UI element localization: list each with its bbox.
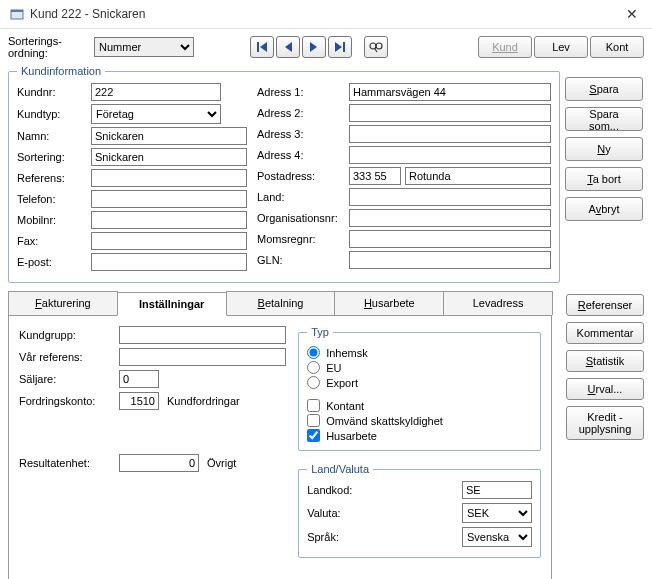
gln-input[interactable] bbox=[349, 251, 551, 269]
resultatenhet-code-input[interactable] bbox=[119, 454, 199, 472]
kundnr-label: Kundnr: bbox=[17, 86, 87, 98]
sparasom-button[interactable]: Spara som... bbox=[565, 107, 643, 131]
fordringskonto-label: Fordringskonto: bbox=[19, 395, 115, 407]
kundgrupp-input[interactable] bbox=[119, 326, 286, 344]
momsregnr-label: Momsregnr: bbox=[257, 233, 345, 245]
adress1-input[interactable] bbox=[349, 83, 551, 101]
gln-label: GLN: bbox=[257, 254, 345, 266]
nav-last-icon[interactable] bbox=[328, 36, 352, 58]
saljare-label: Säljare: bbox=[19, 373, 115, 385]
svg-marker-3 bbox=[260, 42, 267, 52]
kund-button[interactable]: Kund bbox=[478, 36, 532, 58]
kundinformation-group: Kundinformation Kundnr: Kundtyp:Företag … bbox=[8, 65, 560, 283]
post-zip-input[interactable] bbox=[349, 167, 401, 185]
landvaluta-group: Land/Valuta Landkod: Valuta:SEK Språk:Sv… bbox=[298, 463, 541, 558]
orgnr-input[interactable] bbox=[349, 209, 551, 227]
telefon-label: Telefon: bbox=[17, 193, 87, 205]
check-kontant[interactable]: Kontant bbox=[307, 399, 532, 412]
fax-input[interactable] bbox=[91, 232, 247, 250]
close-icon[interactable]: ✕ bbox=[622, 6, 642, 22]
radio-export[interactable]: Export bbox=[307, 376, 532, 389]
kommentar-button[interactable]: Kommentar bbox=[566, 322, 644, 344]
sortering-input[interactable] bbox=[91, 148, 247, 166]
varreferens-input[interactable] bbox=[119, 348, 286, 366]
svg-marker-4 bbox=[285, 42, 292, 52]
orgnr-label: Organisationsnr: bbox=[257, 212, 345, 224]
svg-point-8 bbox=[370, 43, 376, 49]
svg-rect-7 bbox=[343, 42, 345, 52]
postadress-label: Postadress: bbox=[257, 170, 345, 182]
tab-fakturering[interactable]: Fakturering bbox=[8, 291, 118, 315]
svg-marker-6 bbox=[335, 42, 342, 52]
kundtyp-select[interactable]: Företag bbox=[91, 104, 221, 124]
adress2-input[interactable] bbox=[349, 104, 551, 122]
fordringskonto-name: Kundfordringar bbox=[167, 395, 240, 407]
svg-line-10 bbox=[375, 49, 377, 52]
land-label: Land: bbox=[257, 191, 345, 203]
spara-button[interactable]: Spara bbox=[565, 77, 643, 101]
nav-buttons bbox=[250, 36, 352, 58]
landkod-input[interactable] bbox=[462, 481, 532, 499]
adress4-label: Adress 4: bbox=[257, 149, 345, 161]
find-icon[interactable] bbox=[364, 36, 388, 58]
referenser-button[interactable]: Referenser bbox=[566, 294, 644, 316]
app-icon bbox=[10, 7, 24, 21]
nav-next-icon[interactable] bbox=[302, 36, 326, 58]
svg-rect-1 bbox=[11, 10, 23, 12]
nav-first-icon[interactable] bbox=[250, 36, 274, 58]
epost-input[interactable] bbox=[91, 253, 247, 271]
kundnr-input[interactable] bbox=[91, 83, 221, 101]
kredit-button[interactable]: Kredit -upplysning bbox=[566, 406, 644, 440]
check-husarbete[interactable]: Husarbete bbox=[307, 429, 532, 442]
fax-label: Fax: bbox=[17, 235, 87, 247]
referens-input[interactable] bbox=[91, 169, 247, 187]
kundinformation-legend: Kundinformation bbox=[17, 65, 105, 77]
kundgrupp-label: Kundgrupp: bbox=[19, 329, 115, 341]
namn-input[interactable] bbox=[91, 127, 247, 145]
adress2-label: Adress 2: bbox=[257, 107, 345, 119]
valuta-select[interactable]: SEK bbox=[462, 503, 532, 523]
typ-legend: Typ bbox=[307, 326, 333, 338]
tab-panel-installningar: Kundgrupp: Vår referens: Säljare: Fordri… bbox=[8, 316, 552, 579]
statistik-button[interactable]: Statistik bbox=[566, 350, 644, 372]
top-row: Sorterings-ordning: Nummer Kund Lev Kont bbox=[8, 35, 644, 59]
resultatenhet-name: Övrigt bbox=[207, 457, 236, 469]
post-city-input[interactable] bbox=[405, 167, 551, 185]
adress1-label: Adress 1: bbox=[257, 86, 345, 98]
land-input[interactable] bbox=[349, 188, 551, 206]
landkod-label: Landkod: bbox=[307, 484, 367, 496]
check-omvand[interactable]: Omvänd skattskyldighet bbox=[307, 414, 532, 427]
fordringskonto-code-input[interactable] bbox=[119, 392, 159, 410]
sprak-select[interactable]: Svenska bbox=[462, 527, 532, 547]
kundtyp-label: Kundtyp: bbox=[17, 108, 87, 120]
ny-button[interactable]: Ny bbox=[565, 137, 643, 161]
tabbar: Fakturering Inställningar Betalning Husa… bbox=[8, 291, 552, 316]
landvaluta-legend: Land/Valuta bbox=[307, 463, 373, 475]
typ-group: Typ Inhemsk EU Export Kontant Omvänd ska… bbox=[298, 326, 541, 451]
momsregnr-input[interactable] bbox=[349, 230, 551, 248]
tab-betalning[interactable]: Betalning bbox=[226, 291, 336, 315]
namn-label: Namn: bbox=[17, 130, 87, 142]
radio-inhemsk[interactable]: Inhemsk bbox=[307, 346, 532, 359]
adress3-label: Adress 3: bbox=[257, 128, 345, 140]
sprak-label: Språk: bbox=[307, 531, 367, 543]
sort-label: Sorterings-ordning: bbox=[8, 35, 88, 59]
kont-button[interactable]: Kont bbox=[590, 36, 644, 58]
lev-button[interactable]: Lev bbox=[534, 36, 588, 58]
mobilnr-input[interactable] bbox=[91, 211, 247, 229]
avbryt-button[interactable]: Avbryt bbox=[565, 197, 643, 221]
adress4-input[interactable] bbox=[349, 146, 551, 164]
tab-installningar[interactable]: Inställningar bbox=[117, 292, 227, 316]
epost-label: E-post: bbox=[17, 256, 87, 268]
radio-eu[interactable]: EU bbox=[307, 361, 532, 374]
referens-label: Referens: bbox=[17, 172, 87, 184]
nav-prev-icon[interactable] bbox=[276, 36, 300, 58]
sort-select[interactable]: Nummer bbox=[94, 37, 194, 57]
telefon-input[interactable] bbox=[91, 190, 247, 208]
adress3-input[interactable] bbox=[349, 125, 551, 143]
tabort-button[interactable]: Ta bort bbox=[565, 167, 643, 191]
saljare-input[interactable] bbox=[119, 370, 159, 388]
tab-levadress[interactable]: Levadress bbox=[443, 291, 553, 315]
urval-button[interactable]: Urval... bbox=[566, 378, 644, 400]
tab-husarbete[interactable]: Husarbete bbox=[334, 291, 444, 315]
